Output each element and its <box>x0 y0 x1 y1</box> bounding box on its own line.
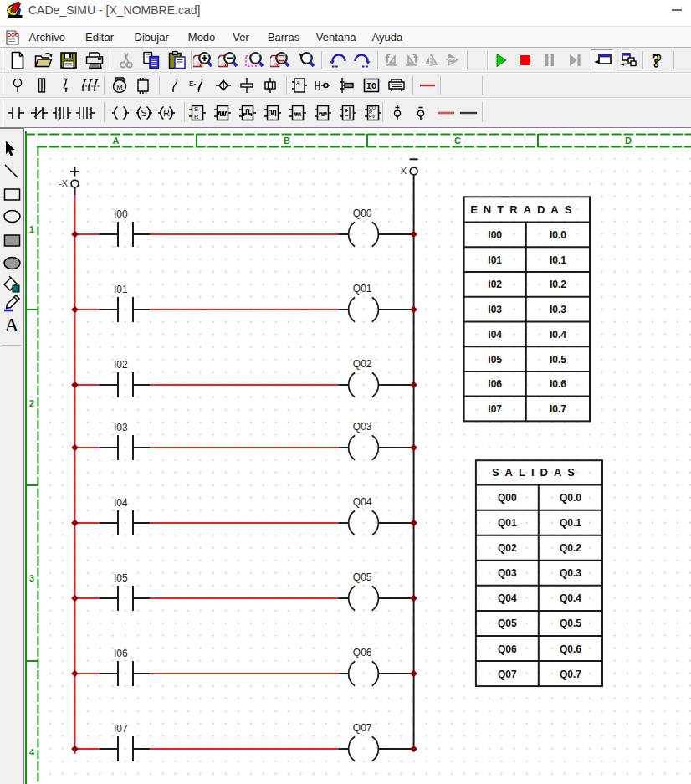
svg-text:I00: I00 <box>114 208 128 220</box>
svg-text:&: & <box>296 79 301 87</box>
svg-text:PV: PV <box>369 114 376 119</box>
svg-text:I07: I07 <box>488 403 502 415</box>
svg-text:I0.4: I0.4 <box>550 329 566 341</box>
svg-text:C: C <box>454 136 461 146</box>
svg-text:Q03: Q03 <box>353 421 372 433</box>
svg-text:Q06: Q06 <box>498 643 517 655</box>
svg-text:I00: I00 <box>488 229 502 241</box>
svg-text:Q0.4: Q0.4 <box>560 592 581 604</box>
svg-text:I01: I01 <box>114 284 128 295</box>
svg-text:Q01: Q01 <box>498 517 517 529</box>
svg-text:Q05: Q05 <box>353 571 372 583</box>
svg-text:Q04: Q04 <box>353 496 372 508</box>
svg-text:I03: I03 <box>114 422 128 433</box>
svg-text:Q04: Q04 <box>498 592 517 604</box>
svg-text:IO: IO <box>366 82 376 91</box>
svg-text:E-: E- <box>189 79 197 88</box>
svg-text:Q0.6: Q0.6 <box>560 643 581 655</box>
svg-text:3: 3 <box>29 573 34 583</box>
svg-text:-X: -X <box>397 166 407 176</box>
svg-text:Q06: Q06 <box>353 647 372 658</box>
svg-text:Q0.3: Q0.3 <box>560 567 581 579</box>
svg-text:2: 2 <box>29 398 34 408</box>
svg-text:Q02: Q02 <box>353 358 372 370</box>
svg-text:Q00: Q00 <box>498 492 517 504</box>
svg-text:Q02: Q02 <box>498 542 517 554</box>
svg-text:I0.0: I0.0 <box>550 229 566 241</box>
svg-text:-X: -X <box>59 178 69 188</box>
svg-text:Q0.5: Q0.5 <box>560 617 581 629</box>
svg-text:Q07: Q07 <box>498 669 517 680</box>
svg-text:ENTRADAS: ENTRADAS <box>470 203 577 216</box>
svg-text:R: R <box>194 112 199 120</box>
svg-text:1: 1 <box>29 224 34 234</box>
svg-text:I03: I03 <box>488 304 502 315</box>
svg-text:B: B <box>284 136 290 146</box>
svg-text:I05: I05 <box>488 354 502 366</box>
svg-text:Q03: Q03 <box>498 567 517 579</box>
svg-text:SALIDAS: SALIDAS <box>492 466 581 479</box>
svg-text:I06: I06 <box>114 648 128 659</box>
svg-text:I02: I02 <box>114 359 128 371</box>
svg-text:I01: I01 <box>488 254 502 266</box>
svg-text:DOC: DOC <box>8 33 19 38</box>
svg-text:4: 4 <box>29 747 35 757</box>
svg-text:I02: I02 <box>488 279 502 290</box>
svg-text:D: D <box>625 136 632 146</box>
svg-text:I0.3: I0.3 <box>550 304 566 315</box>
svg-text:I0.1: I0.1 <box>550 254 566 266</box>
svg-text:I04: I04 <box>114 497 128 509</box>
svg-text:Q0.1: Q0.1 <box>560 517 581 529</box>
svg-text:Q01: Q01 <box>353 283 372 295</box>
svg-text:I0.5: I0.5 <box>550 354 566 366</box>
svg-text:I0.7: I0.7 <box>550 403 566 415</box>
svg-text:Q07: Q07 <box>353 722 372 734</box>
svg-text:A: A <box>4 315 19 335</box>
svg-text:M: M <box>116 83 123 91</box>
svg-text:Q0.7: Q0.7 <box>560 669 581 680</box>
svg-text:I0.6: I0.6 <box>550 378 566 390</box>
svg-text:I0.2: I0.2 <box>550 279 566 290</box>
svg-text:?: ? <box>652 50 662 70</box>
svg-text:I04: I04 <box>488 329 502 341</box>
svg-text:I06: I06 <box>488 378 502 390</box>
svg-text:Q0.2: Q0.2 <box>560 542 581 554</box>
svg-text:I05: I05 <box>114 572 128 584</box>
svg-text:I07: I07 <box>114 723 128 735</box>
svg-text:A: A <box>113 136 120 146</box>
svg-text:S: S <box>141 108 146 118</box>
svg-text:R: R <box>163 108 170 118</box>
svg-text:Q05: Q05 <box>498 617 517 629</box>
svg-text:Q0.0: Q0.0 <box>560 492 581 504</box>
svg-text:Q00: Q00 <box>353 208 372 219</box>
